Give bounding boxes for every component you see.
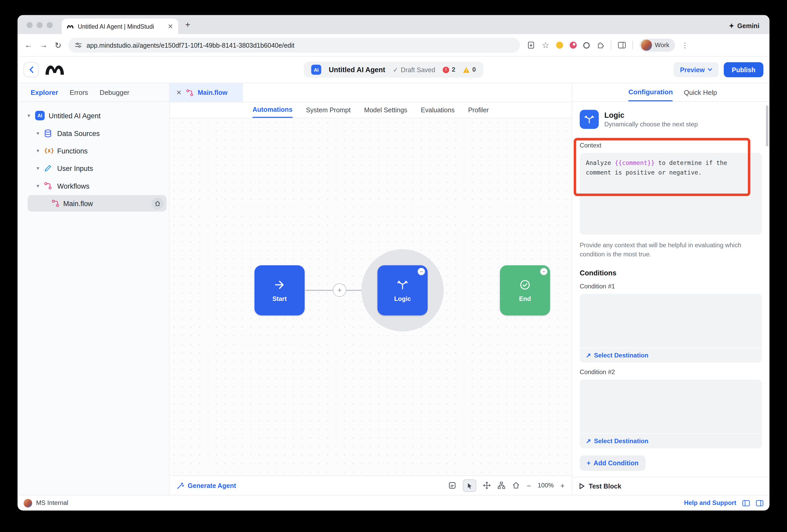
toggle-left-panel-icon[interactable] — [742, 500, 750, 506]
warning-icon — [463, 66, 470, 73]
database-icon — [44, 129, 53, 137]
tab-quick-help[interactable]: Quick Help — [684, 83, 717, 101]
block-title: Logic — [604, 111, 698, 119]
tab-errors[interactable]: Errors — [70, 89, 88, 96]
add-step-button[interactable]: + — [333, 283, 346, 297]
browser-tab[interactable]: Untitled AI Agent | MindStudi ✕ — [62, 19, 178, 34]
reload-icon[interactable]: ↻ — [55, 40, 62, 50]
add-condition-button[interactable]: + Add Condition — [580, 456, 645, 471]
back-icon[interactable]: ← — [24, 41, 33, 50]
tab-debugger[interactable]: Debugger — [100, 89, 129, 96]
flow-canvas[interactable]: + Start − Logic − End — [170, 118, 572, 475]
collapse-node-icon[interactable]: − — [418, 268, 425, 275]
tab-system-prompt[interactable]: System Prompt — [306, 103, 350, 118]
explorer-tree: ▼ AI Untitled AI Agent ▼ Data Sources ▼ … — [18, 102, 169, 217]
ai-badge: AI — [35, 111, 45, 120]
condition-1-input[interactable] — [580, 294, 762, 348]
collapse-node-icon[interactable]: − — [540, 268, 548, 275]
gemini-button[interactable]: ✦ Gemini — [729, 22, 759, 30]
condition-1-destination[interactable]: ↗ Select Destination — [580, 348, 762, 363]
tree-root-agent[interactable]: ▼ AI Untitled AI Agent — [23, 107, 164, 124]
help-support-link[interactable]: Help and Support — [684, 500, 737, 507]
tab-automations[interactable]: Automations — [252, 103, 292, 118]
play-icon — [579, 483, 584, 490]
gemini-label: Gemini — [737, 22, 759, 30]
scrollbar-thumb[interactable] — [766, 105, 768, 147]
error-count[interactable]: ! 2 — [443, 66, 455, 73]
traffic-lights[interactable] — [27, 22, 53, 28]
context-text: Analyze {{comment}} to determine if the … — [586, 158, 747, 178]
home-icon — [155, 200, 161, 206]
chevron-down-icon[interactable]: ▼ — [36, 148, 40, 153]
generate-agent-button[interactable]: Generate Agent — [177, 482, 236, 489]
extension-yellow-icon[interactable] — [556, 42, 563, 49]
select-tool-button[interactable] — [463, 479, 477, 492]
condition-2-box[interactable]: ↗ Select Destination — [580, 380, 762, 449]
tab-evaluations[interactable]: Evaluations — [421, 103, 454, 118]
conditions-title: Conditions — [580, 269, 762, 277]
extension-ring-icon[interactable] — [583, 42, 590, 48]
zoom-level[interactable]: 100% — [538, 482, 554, 489]
forward-icon[interactable]: → — [40, 41, 48, 50]
toggle-right-panel-icon[interactable] — [756, 500, 764, 506]
context-textarea[interactable]: Analyze {{comment}} to determine if the … — [580, 153, 762, 235]
close-window-icon[interactable] — [27, 22, 33, 28]
chevron-down-icon[interactable]: ▼ — [27, 113, 31, 118]
browser-menu-icon[interactable]: ⋮ — [681, 41, 688, 49]
notes-icon[interactable] — [448, 482, 456, 490]
close-flow-tab-icon[interactable]: ✕ — [176, 89, 182, 96]
condition-1-box[interactable]: ↗ Select Destination — [580, 294, 762, 363]
tab-profiler[interactable]: Profiler — [468, 103, 489, 118]
zoom-window-icon[interactable] — [47, 22, 53, 28]
tree-item-data-sources[interactable]: ▼ Data Sources — [23, 124, 164, 142]
tree-item-user-inputs[interactable]: ▼ User Inputs — [23, 159, 164, 177]
zoom-out-icon[interactable]: − — [527, 481, 531, 490]
context-help-text: Provide any context that will be helpful… — [580, 241, 762, 259]
extensions-puzzle-icon[interactable] — [596, 41, 604, 49]
pan-tool-icon[interactable] — [483, 482, 491, 490]
preview-button[interactable]: Preview — [674, 62, 719, 77]
condition-2-destination[interactable]: ↗ Select Destination — [580, 433, 762, 448]
add-condition-label: Add Condition — [594, 460, 638, 467]
tree-item-main-flow[interactable]: Main.flow — [28, 195, 167, 212]
side-panel-icon[interactable] — [618, 42, 626, 49]
tab-configuration[interactable]: Configuration — [629, 83, 673, 101]
close-tab-icon[interactable]: ✕ — [168, 23, 173, 30]
logic-node[interactable]: − Logic — [377, 265, 427, 315]
home-flow-button[interactable] — [151, 197, 164, 209]
chevron-down-icon[interactable]: ▼ — [36, 166, 40, 171]
extension-pink-icon[interactable] — [570, 42, 577, 49]
screen: Untitled AI Agent | MindStudi ✕ + ✦ Gemi… — [0, 0, 787, 532]
tab-model-settings[interactable]: Model Settings — [364, 103, 407, 118]
zoom-in-icon[interactable]: + — [560, 481, 565, 490]
tree-item-label: Data Sources — [57, 129, 100, 137]
site-settings-icon[interactable] — [75, 42, 82, 49]
profile-chip[interactable]: Work — [639, 39, 675, 51]
chevron-down-icon[interactable]: ▼ — [36, 183, 40, 188]
condition-2-input[interactable] — [580, 380, 762, 434]
tree-item-workflows[interactable]: ▼ Workflows — [23, 177, 164, 194]
app-back-button[interactable] — [23, 62, 39, 77]
flow-tab-main[interactable]: ✕ Main.flow — [170, 83, 243, 102]
publish-button[interactable]: Publish — [724, 62, 764, 77]
flow-icon — [186, 89, 193, 96]
start-node[interactable]: Start — [255, 265, 304, 315]
config-panel: Configuration Quick Help Logic Dynamical… — [572, 83, 769, 495]
layout-tree-icon[interactable] — [497, 482, 506, 490]
bookmark-star-icon[interactable]: ☆ — [542, 40, 549, 50]
home-view-icon[interactable] — [512, 482, 520, 490]
flow-tab-label: Main.flow — [198, 89, 227, 96]
warning-count[interactable]: 0 — [463, 66, 476, 73]
chevron-down-icon[interactable]: ▼ — [36, 131, 40, 135]
save-address-icon[interactable] — [527, 41, 535, 49]
tab-explorer[interactable]: Explorer — [30, 89, 58, 96]
minimize-window-icon[interactable] — [37, 22, 43, 28]
tab-title: Untitled AI Agent | MindStudi — [78, 23, 164, 30]
end-node[interactable]: − End — [500, 265, 550, 315]
browser-window: Untitled AI Agent | MindStudi ✕ + ✦ Gemi… — [18, 15, 769, 511]
new-tab-button[interactable]: + — [185, 20, 190, 30]
address-bar[interactable]: app.mindstudio.ai/agents/e150df71-10f1-4… — [69, 38, 520, 53]
chevron-down-icon — [708, 68, 712, 71]
test-block-button[interactable]: Test Block — [589, 483, 621, 490]
tree-item-functions[interactable]: ▼ {x} Functions — [23, 142, 164, 159]
